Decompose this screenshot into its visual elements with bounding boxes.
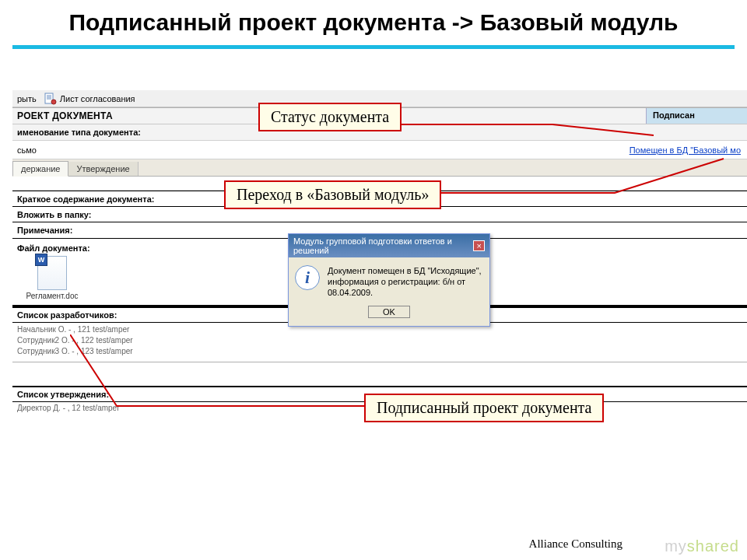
toolbar-open-label[interactable]: рыть	[17, 94, 37, 103]
notes-value[interactable]	[176, 228, 747, 233]
summary-label: Краткое содержание документа:	[12, 192, 176, 206]
word-doc-icon	[37, 256, 67, 290]
separator	[12, 45, 735, 49]
folder-label: Вложить в папку:	[12, 208, 176, 222]
folder-value[interactable]	[176, 212, 747, 217]
notes-label: Примечания:	[12, 223, 176, 237]
info-icon: i	[295, 265, 320, 290]
footer-brand: Alliance Consulting	[529, 537, 622, 551]
file-attachment[interactable]: Регламент.doc	[17, 256, 87, 300]
callout-status: Статус документа	[258, 103, 402, 131]
svg-point-1	[51, 100, 56, 104]
dialog-message: Документ помещен в БД "Исходящие", инфор…	[328, 265, 483, 298]
approval-sheet-icon[interactable]	[44, 93, 57, 105]
tab-approval[interactable]: Утверждение	[68, 162, 138, 176]
doc-type-value: сьмо	[12, 143, 623, 157]
watermark: myshared	[665, 537, 739, 555]
tabs: держание Утверждение	[12, 159, 747, 177]
list-item: Сотрудник3 О. - , 123 test/amper	[17, 346, 742, 357]
developers-list: Начальник О. - , 121 test/amper Сотрудни…	[12, 323, 747, 362]
slide-title: Подписанный проект документа -> Базовый …	[0, 0, 747, 42]
callout-signed: Подписанный проект документа	[364, 394, 604, 422]
file-name: Регламент.doc	[17, 292, 87, 300]
document-status: Подписан	[646, 108, 747, 124]
dialog-title: Модуль групповой подготовки ответов и ре…	[293, 236, 473, 255]
list-item: Сотрудник2 О. - , 122 test/amper	[17, 335, 742, 346]
tab-content[interactable]: держание	[12, 161, 68, 177]
ok-button[interactable]: OK	[368, 306, 410, 318]
base-module-link[interactable]: Помещен в БД "Базовый мо	[623, 143, 747, 157]
callout-goto-base: Переход в «Базовый модуль»	[224, 180, 441, 209]
close-icon[interactable]: ×	[473, 240, 485, 251]
toolbar-approval-sheet[interactable]: Лист согласования	[60, 94, 135, 103]
info-dialog: Модуль групповой подготовки ответов и ре…	[288, 233, 490, 327]
